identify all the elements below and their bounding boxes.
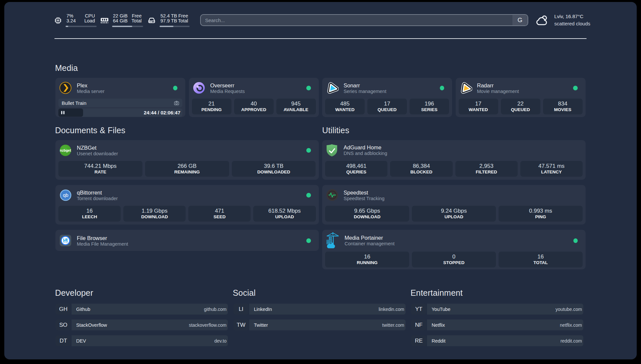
svg-text:qb: qb	[63, 192, 69, 198]
svg-text:nzbget: nzbget	[60, 148, 71, 152]
